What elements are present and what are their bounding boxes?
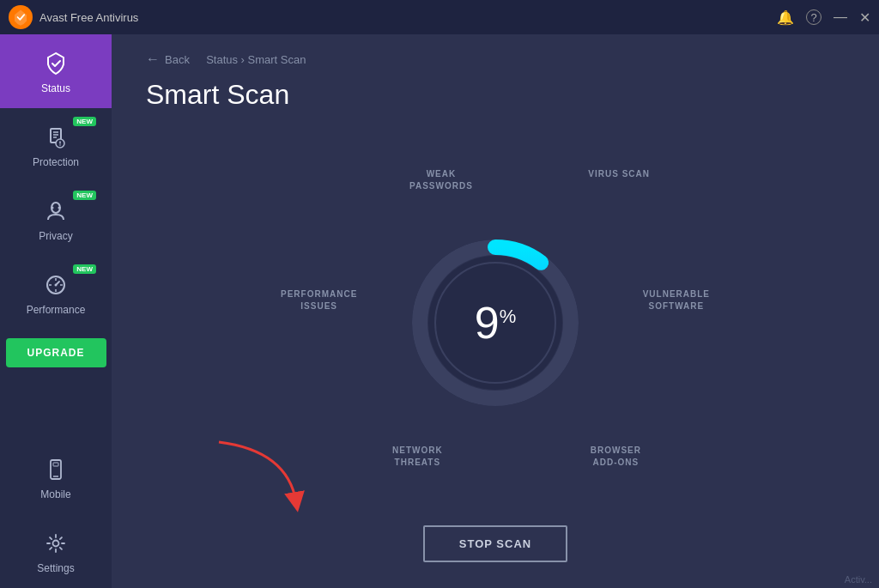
sidebar-item-status[interactable]: Status xyxy=(0,34,112,108)
label-browser-addons: BROWSERADD-ONS xyxy=(591,445,641,469)
label-performance-issues: PERFORMANCEISSUES xyxy=(281,288,357,312)
protection-new-badge: NEW xyxy=(73,117,96,126)
bottom-bar-text: Activ... xyxy=(845,574,872,585)
label-vulnerable-software: VULNERABLESOFTWARE xyxy=(643,288,710,312)
title-bar: Avast Free Antivirus 🔔 ? — ✕ xyxy=(0,0,879,34)
minimize-button[interactable]: — xyxy=(834,9,847,25)
sidebar-item-settings[interactable]: Settings xyxy=(0,514,112,588)
label-weak-passwords: WEAKPASSWORDS xyxy=(409,168,473,192)
help-icon[interactable]: ? xyxy=(806,9,821,25)
breadcrumb-separator xyxy=(195,53,201,66)
svg-point-10 xyxy=(58,207,61,209)
sidebar-protection-label: Protection xyxy=(33,156,79,168)
scan-progress-circle: 9% xyxy=(401,228,590,417)
window-controls: 🔔 ? — ✕ xyxy=(777,9,870,26)
sidebar-item-performance[interactable]: NEW Performance xyxy=(0,256,112,330)
sidebar-status-label: Status xyxy=(41,82,70,94)
label-virus-scan: VIRUS SCAN xyxy=(588,168,650,180)
privacy-new-badge: NEW xyxy=(73,191,96,200)
back-arrow-icon[interactable]: ← xyxy=(146,52,160,67)
protection-icon xyxy=(40,122,71,153)
scan-area: WEAKPASSWORDS VIRUS SCAN PERFORMANCEISSU… xyxy=(146,136,845,508)
settings-label: Settings xyxy=(37,562,74,574)
privacy-icon xyxy=(40,196,71,227)
settings-icon xyxy=(40,528,71,559)
bell-icon[interactable]: 🔔 xyxy=(777,9,794,26)
upgrade-button[interactable]: UPGRADE xyxy=(6,338,106,367)
close-button[interactable]: ✕ xyxy=(859,9,870,26)
breadcrumb-back[interactable]: Back xyxy=(165,53,190,66)
sidebar-privacy-label: Privacy xyxy=(39,230,72,242)
mobile-icon xyxy=(40,454,71,485)
stop-scan-button[interactable]: STOP SCAN xyxy=(423,525,567,562)
sidebar-item-mobile[interactable]: Mobile xyxy=(0,440,112,514)
app-layout: Status NEW Protection NEW xyxy=(0,34,879,588)
svg-point-21 xyxy=(53,541,59,547)
main-content: ← Back Status › Smart Scan Smart Scan WE… xyxy=(112,34,879,588)
app-title: Avast Free Antivirus xyxy=(39,11,777,24)
label-network-threats: NETWORKTHREATS xyxy=(392,445,443,469)
breadcrumb-path: Status › Smart Scan xyxy=(206,53,306,66)
scan-diagram: WEAKPASSWORDS VIRUS SCAN PERFORMANCEISSU… xyxy=(272,151,718,494)
sidebar-bottom: Mobile Settings xyxy=(0,440,112,588)
svg-rect-20 xyxy=(53,463,58,466)
scan-percent-display: 9% xyxy=(475,300,516,345)
svg-point-17 xyxy=(55,284,58,287)
svg-point-9 xyxy=(52,207,54,209)
sidebar-item-privacy[interactable]: NEW Privacy xyxy=(0,182,112,256)
avast-logo xyxy=(9,5,33,29)
page-title: Smart Scan xyxy=(146,79,845,111)
mobile-label: Mobile xyxy=(40,488,70,500)
sidebar-performance-label: Performance xyxy=(27,304,86,316)
breadcrumb: ← Back Status › Smart Scan xyxy=(146,52,845,67)
performance-new-badge: NEW xyxy=(73,264,96,274)
sidebar: Status NEW Protection NEW xyxy=(0,34,112,588)
sidebar-item-protection[interactable]: NEW Protection xyxy=(0,108,112,182)
scan-percent-value: 9% xyxy=(475,298,516,348)
activation-status: Activ... xyxy=(838,571,879,588)
performance-icon xyxy=(40,270,71,300)
svg-point-7 xyxy=(59,144,61,146)
status-icon xyxy=(40,48,71,79)
stop-scan-wrap: STOP SCAN xyxy=(146,525,845,571)
